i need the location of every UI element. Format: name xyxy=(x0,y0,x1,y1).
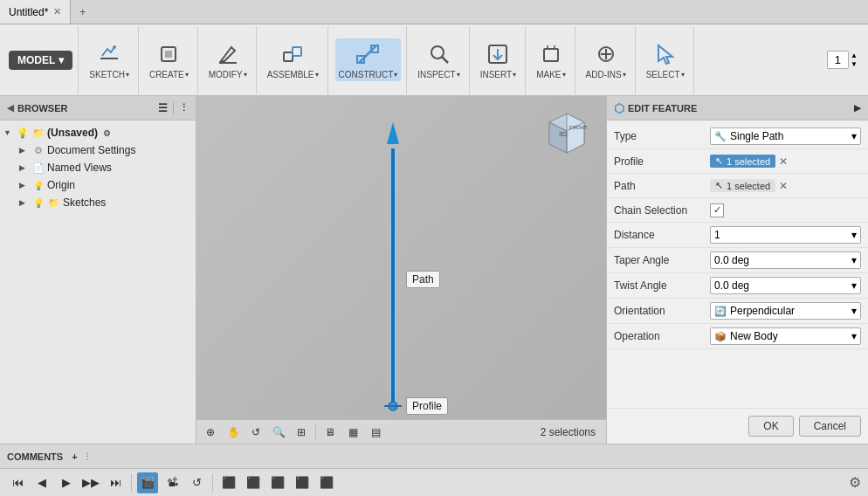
comments-resize-handle[interactable]: ⋮ xyxy=(83,451,92,461)
tree-origin[interactable]: ▶ 💡 Origin xyxy=(0,176,196,194)
snap-button[interactable]: ⊕ xyxy=(200,423,221,442)
modify-button[interactable]: MODIFY ▾ xyxy=(205,38,251,81)
display-mode-button[interactable]: 🖥 xyxy=(320,423,341,442)
quantity-up[interactable]: ▲ xyxy=(851,52,858,60)
svg-line-12 xyxy=(442,57,448,63)
viewcube[interactable]: 3D FRONT xyxy=(536,105,597,166)
svg-text:3D: 3D xyxy=(559,131,567,137)
settings-button[interactable]: ⚙ xyxy=(849,474,861,491)
record-button[interactable]: 🎬 xyxy=(137,472,158,493)
view-toggle-1[interactable]: ⬛ xyxy=(218,472,239,493)
model-label: MODEL xyxy=(17,54,55,66)
ef-twist-input[interactable]: 0.0 deg ▾ xyxy=(710,277,861,294)
grid-button[interactable]: ▦ xyxy=(342,423,363,442)
viewport[interactable]: Path Profile 3D FRONT xyxy=(196,96,606,444)
cancel-button[interactable]: Cancel xyxy=(799,416,861,437)
select-button[interactable]: SELECT ▾ xyxy=(643,38,688,81)
tree-sketches[interactable]: ▶ 💡 📁 Sketches xyxy=(0,194,196,211)
capture-button[interactable]: 📽 xyxy=(162,472,183,493)
view-toggle-4[interactable]: ⬛ xyxy=(292,472,313,493)
insert-label: INSERT ▾ xyxy=(480,70,517,79)
ef-taper-input[interactable]: 0.0 deg ▾ xyxy=(710,251,861,269)
ok-button[interactable]: OK xyxy=(748,416,793,437)
assemble-button[interactable]: ASSEMBLE ▾ xyxy=(264,38,322,81)
playback-next-button[interactable]: ▶▶ xyxy=(80,472,101,493)
svg-point-26 xyxy=(389,402,397,410)
sketch-button[interactable]: SKETCH ▾ xyxy=(86,38,133,81)
construct-icon xyxy=(354,40,382,68)
model-button[interactable]: MODEL ▾ xyxy=(9,51,72,70)
view-toggle-5[interactable]: ⬛ xyxy=(316,472,337,493)
zoom-button[interactable]: 🔍 xyxy=(268,423,289,442)
taper-dropdown-arrow: ▾ xyxy=(851,254,857,266)
ef-profile-value: ↖ 1 selected ✕ xyxy=(710,155,861,168)
path-selected-text: 1 selected xyxy=(727,181,770,191)
browser-menu-button[interactable]: ☰ xyxy=(158,102,168,114)
nav-separator-1 xyxy=(315,425,316,439)
construct-button[interactable]: CONSTRUCT ▾ xyxy=(335,38,402,81)
root-expand-arrow[interactable]: ▼ xyxy=(3,128,14,137)
view-toggle-3[interactable]: ⬛ xyxy=(267,472,288,493)
ef-operation-select[interactable]: 📦 New Body ▾ xyxy=(710,327,861,345)
browser-collapse-button[interactable]: ◀ xyxy=(7,103,14,113)
ef-distance-row: Distance 1 ▾ xyxy=(607,223,868,248)
view-options-button[interactable]: ▤ xyxy=(365,423,386,442)
main-toolbar: MODEL ▾ SKETCH ▾ xyxy=(0,24,868,96)
pan-button[interactable]: ✋ xyxy=(223,423,244,442)
playback-play-button[interactable]: ▶ xyxy=(56,472,77,493)
modify-icon xyxy=(214,40,242,68)
playback-start-button[interactable]: ⏮ xyxy=(7,472,28,493)
comments-add-button[interactable]: + xyxy=(72,451,77,462)
tree-named-views[interactable]: ▶ 📄 Named Views xyxy=(0,159,196,176)
addins-icon xyxy=(592,40,620,68)
ef-chain-checkbox[interactable]: ✓ xyxy=(710,203,724,217)
titlebar: Untitled* ✕ + xyxy=(0,0,868,24)
create-button[interactable]: CREATE ▾ xyxy=(146,38,192,81)
root-bulb-icon: 💡 xyxy=(16,126,30,140)
browser-resize-handle[interactable]: ⋮ xyxy=(179,102,189,114)
svg-rect-0 xyxy=(100,58,118,59)
ef-taper-label: Taper Angle xyxy=(614,254,710,266)
inspect-button[interactable]: INSPECT ▾ xyxy=(414,38,463,81)
tree-root-item[interactable]: ▼ 💡 📁 (Unsaved) ⚙ xyxy=(0,124,196,141)
ef-twist-label: Twist Angle xyxy=(614,279,710,292)
root-settings-icon[interactable]: ⚙ xyxy=(103,128,111,138)
tree-document-settings[interactable]: ▶ ⚙ Document Settings xyxy=(0,141,196,159)
origin-arrow[interactable]: ▶ xyxy=(19,181,30,189)
sketches-bulb-icon: 💡 xyxy=(31,196,45,210)
addins-button[interactable]: ADD-INS ▾ xyxy=(582,38,630,81)
ef-type-select[interactable]: 🔧 Single Path ▾ xyxy=(710,127,861,145)
sketch-group: SKETCH ▾ xyxy=(80,26,139,94)
ef-orientation-select[interactable]: 🔄 Perpendicular ▾ xyxy=(710,302,861,320)
playback-prev-button[interactable]: ◀ xyxy=(31,472,52,493)
timeline-button[interactable]: ↺ xyxy=(186,472,207,493)
new-tab-button[interactable]: + xyxy=(71,6,94,18)
svg-marker-30 xyxy=(567,114,584,153)
quantity-down[interactable]: ▼ xyxy=(851,60,858,69)
quantity-input[interactable]: 1 xyxy=(827,51,849,69)
fit-button[interactable]: ⊞ xyxy=(291,423,312,442)
comments-bar: COMMENTS + ⋮ xyxy=(0,444,868,468)
ef-path-clear-button[interactable]: ✕ xyxy=(779,180,788,192)
main-area: ◀ BROWSER ☰ ⋮ ▼ 💡 📁 (Unsaved) ⚙ ▶ ⚙ Docu… xyxy=(0,96,868,444)
doc-settings-arrow[interactable]: ▶ xyxy=(19,146,30,155)
insert-button[interactable]: INSERT ▾ xyxy=(477,38,520,81)
rotate-button[interactable]: ↺ xyxy=(245,423,266,442)
ef-profile-badge[interactable]: ↖ 1 selected xyxy=(710,155,775,168)
quantity-stepper[interactable]: ▲ ▼ xyxy=(851,52,858,69)
sketches-arrow[interactable]: ▶ xyxy=(19,198,30,207)
ef-profile-clear-button[interactable]: ✕ xyxy=(779,155,788,168)
view-toggle-2[interactable]: ⬛ xyxy=(243,472,264,493)
ef-path-badge[interactable]: ↖ 1 selected xyxy=(710,179,775,192)
ef-distance-input[interactable]: 1 ▾ xyxy=(710,226,861,244)
ef-distance-label: Distance xyxy=(614,229,710,241)
named-views-arrow[interactable]: ▶ xyxy=(19,163,30,172)
addins-label: ADD-INS ▾ xyxy=(586,70,626,79)
active-tab[interactable]: Untitled* ✕ xyxy=(0,0,71,24)
make-button[interactable]: MAKE ▾ xyxy=(533,38,568,81)
tab-close-button[interactable]: ✕ xyxy=(53,6,61,17)
playback-end-button[interactable]: ⏭ xyxy=(105,472,126,493)
ef-expand-button[interactable]: ▶ xyxy=(854,103,861,113)
construct-arrow: ▾ xyxy=(394,71,397,79)
doc-settings-icon: ⚙ xyxy=(31,143,45,157)
